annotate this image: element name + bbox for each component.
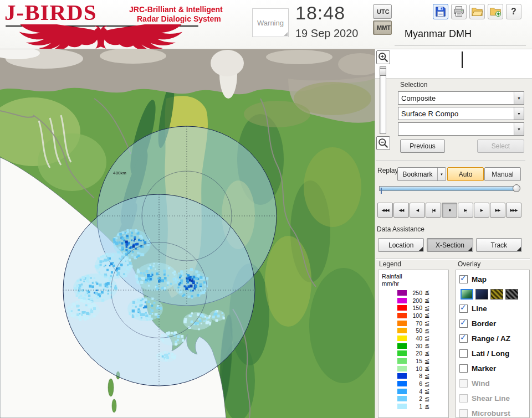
less-equal-symbol: ≦: [424, 373, 429, 380]
map-style-dark[interactable]: [475, 289, 488, 300]
playback-step-forward-button[interactable]: ▶|: [458, 203, 473, 218]
warning-button[interactable]: Warning: [252, 8, 289, 37]
auto-replay-button[interactable]: Auto: [447, 167, 484, 181]
overlay-item-label: Range / AZ: [472, 334, 510, 343]
checkbox[interactable]: [459, 409, 468, 417]
open-folder-button[interactable]: [469, 4, 485, 19]
replay-label: Replay: [377, 167, 398, 174]
radar-map[interactable]: 480km: [0, 49, 375, 418]
legend-color-swatch: [397, 336, 407, 341]
legend-row: 8≦: [397, 373, 445, 380]
legend-color-swatch: [397, 396, 407, 401]
less-equal-symbol: ≦: [424, 395, 429, 402]
slider-track[interactable]: [379, 186, 515, 191]
toolbar: ?: [433, 4, 521, 19]
playback-fast-forward-button[interactable]: ▶▶: [490, 203, 505, 218]
legend-title: Rainfall: [382, 273, 445, 280]
overlay-item-wind[interactable]: Wind: [459, 376, 526, 391]
playback-skip-start-button[interactable]: ◀◀◀: [377, 203, 393, 218]
zoom-out-button[interactable]: [376, 136, 390, 150]
data-assist-track-button[interactable]: Track: [476, 238, 522, 252]
overlay-item-border[interactable]: Border: [459, 316, 526, 331]
playback-play-button[interactable]: ▶: [474, 203, 489, 218]
bookmark-button[interactable]: Bookmark ▼: [397, 167, 446, 181]
save-button[interactable]: [433, 4, 448, 19]
checkbox[interactable]: [459, 379, 468, 388]
zoom-in-button[interactable]: [376, 50, 390, 64]
less-equal-symbol: ≦: [424, 297, 429, 304]
playback-fast-rewind-button[interactable]: ◀◀: [393, 203, 409, 218]
legend-row: 70≦: [397, 319, 445, 327]
less-equal-symbol: ≦: [424, 358, 429, 365]
mmt-button[interactable]: MMT: [373, 20, 392, 35]
map-style-contour[interactable]: [490, 289, 503, 300]
legend-value: 15: [409, 358, 422, 364]
replay-time-slider[interactable]: [379, 184, 521, 193]
chevron-down-icon[interactable]: ▼: [514, 92, 524, 104]
checkbox[interactable]: [459, 334, 468, 343]
checkbox[interactable]: [459, 364, 468, 373]
data-assistance-label: Data Assistance: [377, 225, 424, 233]
station-input[interactable]: [375, 49, 532, 79]
clock-time: 18:48: [295, 2, 345, 24]
playback-stop-button[interactable]: ■: [442, 203, 457, 218]
legend-row: 2≦: [397, 395, 445, 403]
overlay-item-range-az[interactable]: Range / AZ: [459, 331, 526, 346]
composite-dropdown[interactable]: Composite ▼: [398, 91, 524, 105]
overlay-item-line[interactable]: Line: [459, 301, 526, 316]
help-icon: ?: [511, 7, 516, 17]
data-assist-x-section-button[interactable]: X-Section: [427, 238, 473, 252]
corner-triangle-icon: [284, 32, 288, 36]
help-button[interactable]: ?: [506, 4, 521, 19]
chevron-down-icon[interactable]: ▼: [514, 123, 524, 135]
legend-row: 10≦: [397, 365, 445, 373]
previous-button[interactable]: Previous: [400, 140, 445, 153]
less-equal-symbol: ≦: [424, 342, 429, 349]
playback-skip-end-button[interactable]: ▶▶▶: [506, 203, 521, 218]
playback-step-back-button[interactable]: |◀: [426, 203, 441, 218]
checkbox[interactable]: [459, 305, 468, 313]
overlay-item-map[interactable]: Map: [459, 272, 526, 287]
print-button[interactable]: [451, 4, 467, 19]
legend-row: 6≦: [397, 380, 445, 388]
legend-row: 200≦: [397, 297, 445, 305]
separator: [376, 160, 525, 161]
empty-dropdown[interactable]: ▼: [398, 122, 524, 136]
legend-label: Legend: [379, 260, 401, 268]
dropdown-value: Composite: [398, 92, 514, 104]
button-label: X-Section: [436, 241, 464, 249]
export-button[interactable]: [488, 4, 503, 19]
header-bar: J-BIRDS JRC-Brilliant & Intelligent Rada…: [0, 0, 532, 49]
corner-triangle-icon: [468, 247, 472, 251]
slider-handle[interactable]: [513, 184, 520, 192]
map-style-grayscale[interactable]: [505, 289, 518, 300]
less-equal-symbol: ≦: [424, 380, 429, 388]
manual-replay-button[interactable]: Manual: [484, 167, 521, 181]
open-folder-icon: [471, 6, 483, 18]
button-label: Location: [388, 241, 413, 249]
map-style-terrain[interactable]: [461, 289, 473, 300]
overlay-item-lati-long[interactable]: Lati / Long: [459, 346, 526, 361]
chevron-down-icon[interactable]: ▼: [514, 107, 524, 120]
checkbox[interactable]: [459, 394, 468, 402]
checkbox[interactable]: [459, 349, 468, 358]
data-assist-location-button[interactable]: Location: [378, 238, 424, 252]
clock-date: 19 Sep 2020: [295, 27, 358, 40]
legend-value: 2: [409, 395, 422, 402]
station-title: Myanmar DMH: [405, 28, 472, 40]
corner-triangle-icon: [419, 247, 423, 251]
checkbox[interactable]: [459, 275, 468, 283]
playback-controls: ◀◀◀◀◀◀|◀■▶|▶▶▶▶▶▶: [377, 203, 521, 218]
zoom-slider-handle[interactable]: [380, 68, 386, 76]
product-dropdown[interactable]: Surface R Compo ▼: [398, 107, 524, 120]
overlay-item-microburst[interactable]: Microburst: [459, 406, 526, 418]
playback-reverse-play-button[interactable]: ◀: [410, 203, 425, 218]
overlay-item-marker[interactable]: Marker: [459, 361, 526, 376]
zoom-slider[interactable]: [380, 66, 386, 134]
checkbox[interactable]: [459, 319, 468, 328]
overlay-item-shear-line[interactable]: Shear Line: [459, 391, 526, 406]
select-button[interactable]: Select: [477, 140, 524, 153]
eagle-icon: [7, 24, 193, 49]
utc-button[interactable]: UTC: [373, 4, 392, 19]
logo-subtitle-1: JRC-Brilliant & Intelligent: [129, 5, 223, 14]
